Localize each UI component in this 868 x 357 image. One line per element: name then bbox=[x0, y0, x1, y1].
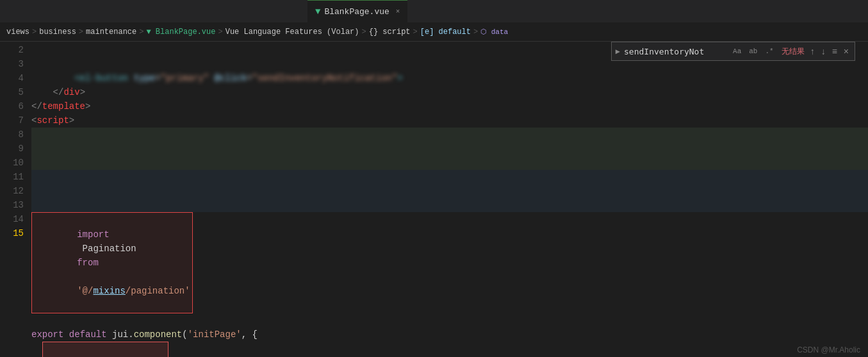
top-bar: ▼ BlankPage.vue × bbox=[0, 0, 868, 22]
line-numbers: 2 3 4 5 6 7 8 9 10 11 12 13 14 15 bbox=[0, 42, 29, 357]
code-line-8 bbox=[31, 128, 868, 170]
code-line-5: </div> bbox=[31, 85, 868, 99]
search-navigation: ↑ ↓ ≡ × bbox=[808, 46, 851, 57]
search-next-button[interactable]: ↓ bbox=[819, 46, 828, 57]
vue-icon: ▼ bbox=[315, 6, 320, 17]
tab-blankpage[interactable]: ▼ BlankPage.vue × bbox=[307, 0, 407, 22]
code-line-11 bbox=[31, 313, 868, 328]
watermark: CSDN @Mr.Aholic bbox=[797, 345, 860, 354]
code-content: <el-button type="primary" @click="sendIn… bbox=[29, 42, 868, 357]
search-prev-button[interactable]: ↑ bbox=[808, 46, 817, 57]
code-line-9 bbox=[31, 170, 868, 212]
code-line-10: import Pagination from '@/mixins/paginat… bbox=[31, 212, 868, 313]
search-bar[interactable]: ▶ Aa ab .* 无结果 ↑ ↓ ≡ × bbox=[611, 42, 855, 61]
code-line-12: export default jui. component ( 'initPag… bbox=[31, 328, 868, 342]
tab-filename: BlankPage.vue bbox=[324, 7, 389, 17]
editor-area: 2 3 4 5 6 7 8 9 10 11 12 13 14 15 <el-bu… bbox=[0, 42, 868, 357]
search-input[interactable] bbox=[624, 47, 726, 56]
search-options: Aa ab .* 无结果 bbox=[730, 46, 805, 57]
case-sensitive-button[interactable]: Aa bbox=[730, 47, 744, 56]
regex-button[interactable]: .* bbox=[762, 47, 776, 56]
code-line-6: </template> bbox=[31, 99, 868, 113]
tab-close-button[interactable]: × bbox=[396, 8, 400, 15]
code-line-7: <script> bbox=[31, 113, 868, 128]
search-close-button[interactable]: × bbox=[842, 46, 851, 57]
search-menu-button[interactable]: ≡ bbox=[830, 46, 839, 57]
code-line-13: mixins : [Pagination], bbox=[31, 342, 868, 357]
search-arrow-icon: ▶ bbox=[616, 47, 620, 56]
whole-word-button[interactable]: ab bbox=[746, 47, 760, 56]
no-result-text: 无结果 bbox=[782, 46, 805, 57]
breadcrumb: views > business > maintenance > ▼ Blank… bbox=[0, 22, 868, 42]
code-line-4: <el-button type="primary" @click="sendIn… bbox=[31, 71, 868, 85]
